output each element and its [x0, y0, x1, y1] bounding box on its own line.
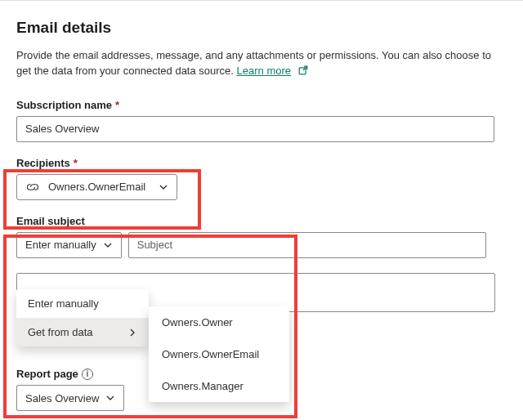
info-icon[interactable]: i [82, 369, 93, 380]
recipients-field: Recipients * Owners.OwnerEmail [16, 157, 507, 200]
menu-item-owners-manager[interactable]: Owners.Manager [149, 370, 289, 402]
subscription-name-input[interactable] [16, 116, 494, 142]
subscription-name-label: Subscription name * [16, 99, 507, 111]
learn-more-link[interactable]: Learn more [237, 65, 291, 77]
chevron-down-icon [159, 182, 168, 192]
link-icon [25, 181, 40, 193]
chevron-down-icon [103, 240, 113, 250]
report-page-label: Report page i [16, 368, 124, 380]
subscription-name-field: Subscription name * [16, 99, 507, 142]
page-title: Email details [16, 19, 507, 37]
required-marker: * [115, 99, 119, 111]
subject-input[interactable] [128, 232, 486, 258]
chevron-right-icon [127, 328, 137, 337]
recipients-selector[interactable]: Owners.OwnerEmail [16, 174, 177, 200]
data-fields-menu: Owners.Owner Owners.OwnerEmail Owners.Ma… [149, 306, 289, 402]
report-page-field: Report page i Sales Overview [16, 368, 124, 411]
recipients-value: Owners.OwnerEmail [48, 181, 145, 193]
subject-mode-menu: Enter manually Get from data [16, 289, 149, 346]
menu-item-enter-manually[interactable]: Enter manually [16, 289, 149, 318]
required-marker: * [74, 157, 78, 169]
menu-item-owners-owner[interactable]: Owners.Owner [149, 306, 289, 338]
report-page-value: Sales Overview [25, 392, 99, 404]
external-link-icon [297, 65, 309, 81]
intro-text: Provide the email addresses, message, an… [16, 48, 507, 81]
chevron-down-icon [105, 393, 115, 403]
subject-mode-dropdown[interactable]: Enter manually [16, 232, 122, 258]
email-subject-field: Email subject Enter manually [16, 215, 507, 258]
menu-item-get-from-data[interactable]: Get from data [16, 318, 149, 346]
recipients-label: Recipients * [16, 157, 507, 169]
menu-item-owners-owneremail[interactable]: Owners.OwnerEmail [149, 338, 289, 370]
subject-mode-value: Enter manually [25, 239, 96, 251]
email-subject-label: Email subject [16, 215, 507, 227]
report-page-dropdown[interactable]: Sales Overview [16, 385, 124, 411]
